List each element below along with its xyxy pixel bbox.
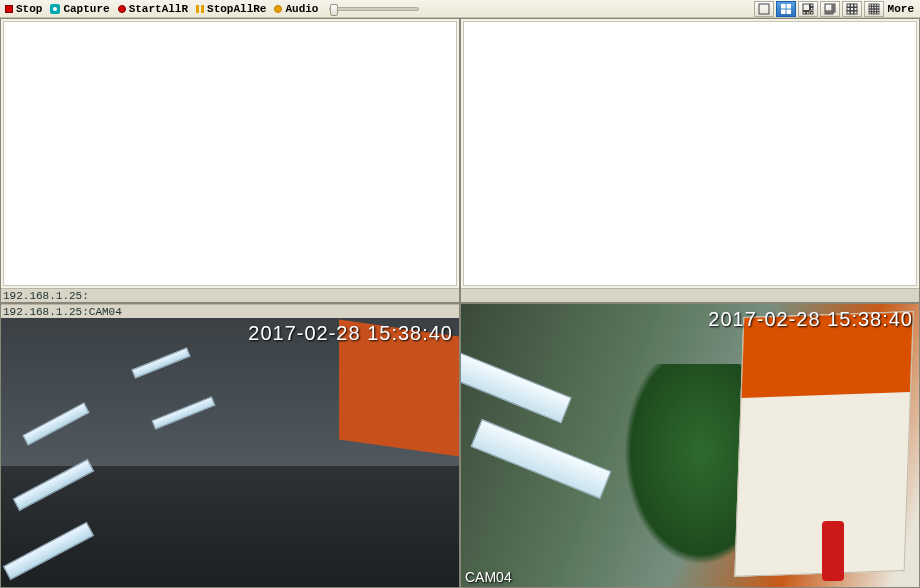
layout-6-button[interactable] <box>798 1 818 17</box>
feed-timestamp: 2017-02-28 15:38:40 <box>248 322 453 345</box>
svg-rect-21 <box>847 7 850 10</box>
svg-rect-32 <box>871 6 873 8</box>
svg-rect-33 <box>874 6 876 8</box>
layout-4-icon <box>780 3 792 15</box>
svg-rect-9 <box>806 11 809 14</box>
layout-16-icon <box>868 3 880 15</box>
layout-4-button[interactable] <box>776 1 796 17</box>
capture-label: Capture <box>63 3 109 15</box>
svg-rect-12 <box>833 4 835 6</box>
svg-rect-0 <box>759 4 769 14</box>
layout-8-button[interactable] <box>820 1 840 17</box>
svg-rect-3 <box>781 9 786 14</box>
audio-label: Audio <box>285 3 318 15</box>
svg-rect-37 <box>874 9 876 11</box>
more-label: More <box>888 3 914 15</box>
stop-icon <box>5 5 13 13</box>
svg-rect-26 <box>854 11 857 14</box>
cell-info-bar: 192.168.1.25: <box>1 288 459 302</box>
svg-rect-6 <box>810 4 813 7</box>
svg-rect-2 <box>786 4 791 9</box>
svg-rect-16 <box>828 12 830 14</box>
audio-button[interactable]: Audio <box>271 2 321 16</box>
audio-icon <box>274 5 282 13</box>
svg-rect-22 <box>850 7 853 10</box>
feed-timestamp: 2017-02-28 15:38:40 <box>708 308 913 331</box>
camera-feed: 2017-02-28 15:38:40 <box>1 318 459 587</box>
svg-rect-4 <box>786 9 791 14</box>
layout-8-icon <box>824 3 836 15</box>
slider-thumb[interactable] <box>330 4 338 16</box>
feed-cam-label: CAM04 <box>465 569 512 585</box>
video-grid: 192.168.1.25: 192.168.1.25:CAM04 2017-02… <box>0 18 920 588</box>
more-button[interactable]: More <box>886 1 916 17</box>
camera-address: 192.168.1.25: <box>3 290 89 302</box>
window-light <box>460 353 572 424</box>
start-all-label: StartAllR <box>129 3 188 15</box>
svg-rect-10 <box>810 11 813 14</box>
svg-rect-35 <box>869 9 871 11</box>
start-all-record-button[interactable]: StartAllR <box>115 2 191 16</box>
svg-rect-30 <box>876 4 878 6</box>
svg-rect-1 <box>781 4 786 9</box>
svg-rect-8 <box>803 11 806 14</box>
layout-1-button[interactable] <box>754 1 774 17</box>
window-light <box>470 419 611 499</box>
video-cell-2[interactable] <box>460 18 920 303</box>
svg-rect-41 <box>874 11 876 13</box>
svg-rect-27 <box>869 4 871 6</box>
capture-button[interactable]: Capture <box>47 2 112 16</box>
scene-extinguisher <box>822 521 844 581</box>
video-cell-4[interactable]: 2017-02-28 15:38:40 CAM04 <box>460 303 920 588</box>
svg-rect-42 <box>876 11 878 13</box>
svg-rect-39 <box>869 11 871 13</box>
stop-label: Stop <box>16 3 42 15</box>
slider-track <box>329 7 419 11</box>
layout-9-button[interactable] <box>842 1 862 17</box>
svg-rect-24 <box>847 11 850 14</box>
video-cell-1[interactable]: 192.168.1.25: <box>0 18 460 303</box>
layout-6-icon <box>802 3 814 15</box>
layout-1-icon <box>758 3 770 15</box>
svg-rect-23 <box>854 7 857 10</box>
svg-rect-13 <box>833 7 835 9</box>
volume-slider[interactable] <box>329 7 419 11</box>
svg-rect-5 <box>803 4 810 11</box>
video-cell-3[interactable]: 192.168.1.25:CAM04 2017-02-28 15:38:40 <box>0 303 460 588</box>
svg-rect-31 <box>869 6 871 8</box>
svg-rect-11 <box>825 4 832 11</box>
layout-16-button[interactable] <box>864 1 884 17</box>
svg-rect-17 <box>831 12 833 14</box>
cell-info-bar: 192.168.1.25:CAM04 <box>1 304 459 318</box>
camera-address: 192.168.1.25:CAM04 <box>3 306 122 318</box>
stop-button[interactable]: Stop <box>2 2 45 16</box>
svg-rect-7 <box>810 7 813 10</box>
blank-feed <box>463 21 917 286</box>
camera-feed: 2017-02-28 15:38:40 CAM04 <box>461 304 919 587</box>
svg-rect-29 <box>874 4 876 6</box>
svg-rect-15 <box>825 12 827 14</box>
pause-icon <box>196 5 204 13</box>
camera-icon <box>50 4 60 14</box>
record-icon <box>118 5 126 13</box>
cell-info-bar <box>461 288 919 302</box>
svg-rect-19 <box>850 4 853 7</box>
layout-switcher: More <box>754 1 918 17</box>
svg-rect-34 <box>876 6 878 8</box>
stop-all-label: StopAllRe <box>207 3 266 15</box>
main-toolbar: Stop Capture StartAllR StopAllRe Audio <box>0 0 920 18</box>
layout-9-icon <box>846 3 858 15</box>
blank-feed <box>3 21 457 286</box>
svg-rect-28 <box>871 4 873 6</box>
svg-rect-40 <box>871 11 873 13</box>
svg-rect-38 <box>876 9 878 11</box>
stop-all-record-button[interactable]: StopAllRe <box>193 2 269 16</box>
svg-rect-20 <box>854 4 857 7</box>
svg-rect-18 <box>847 4 850 7</box>
svg-rect-25 <box>850 11 853 14</box>
svg-rect-36 <box>871 9 873 11</box>
